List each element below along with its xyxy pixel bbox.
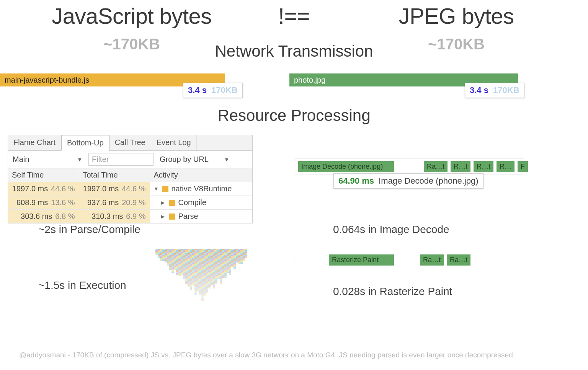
section-network-title: Network Transmission (0, 42, 588, 60)
caption-execution: ~1.5s in Execution (38, 279, 126, 292)
activity-label: native V8Runtime (172, 184, 232, 193)
badge-js: 3.4 s 170KB (183, 83, 243, 98)
timeline-decode: Image Decode (phone.jpg)Ra…tR…tR…tR…F 64… (294, 158, 524, 175)
timeline-segment: Rasterize Paint (329, 254, 394, 266)
title-jpeg: JPEG bytes (325, 3, 588, 29)
chevron-down-icon: ▼ (77, 156, 82, 163)
devtools-panel: Flame Chart Bottom-Up Call Tree Event Lo… (8, 135, 253, 223)
profile-table: Self Time Total Time Activity 1997.0 ms4… (8, 168, 252, 223)
disclosure-triangle-icon[interactable]: ▼ (154, 186, 159, 192)
table-row[interactable]: 303.6 ms6.8 %310.3 ms6.9 %▶Parse (8, 210, 252, 223)
cell-activity: ▶Compile (150, 196, 252, 210)
devtools-filter-row: Main ▼ Filter Group by URL ▼ (8, 151, 252, 168)
caption-parse-compile: ~2s in Parse/Compile (38, 223, 140, 236)
disclosure-triangle-icon[interactable]: ▶ (161, 200, 166, 205)
cell-self-time: 303.6 ms6.8 % (8, 210, 79, 223)
badge-js-size: 170KB (211, 85, 237, 95)
timeline-segment: Ra…t (420, 254, 444, 266)
badge-jpg: 3.4 s 170KB (465, 83, 524, 98)
cell-self-time: 608.9 ms13.6 % (8, 196, 79, 210)
col-total-time[interactable]: Total Time (79, 168, 150, 182)
badge-jpg-time: 3.4 s (470, 85, 488, 95)
tab-bottom-up[interactable]: Bottom-Up (61, 135, 109, 151)
cell-self-time: 1997.0 ms44.6 % (8, 182, 79, 196)
network-bar-jpg-label: photo.jpg (294, 76, 325, 85)
activity-swatch-icon (162, 186, 168, 192)
cell-activity: ▶Parse (150, 210, 252, 223)
table-row[interactable]: 608.9 ms13.6 %937.6 ms20.9 %▶Compile (8, 196, 252, 210)
activity-swatch-icon (169, 214, 175, 220)
cell-total-time: 310.3 ms6.9 % (79, 210, 150, 223)
badge-jpg-size: 170KB (493, 85, 519, 95)
tooltip-label: Image Decode (phone.jpg) (379, 176, 479, 186)
group-select[interactable]: Group by URL ▼ (158, 154, 231, 165)
section-processing-title: Resource Processing (0, 106, 588, 125)
cell-total-time: 937.6 ms20.9 % (79, 196, 150, 210)
tooltip-ms: 64.90 ms (338, 176, 374, 186)
filter-input[interactable]: Filter (88, 153, 154, 166)
not-equal-operator: !== (263, 3, 325, 29)
tab-call-tree[interactable]: Call Tree (109, 135, 151, 150)
timeline-segment: Ra…t (447, 254, 470, 266)
cell-total-time: 1997.0 ms44.6 % (79, 182, 150, 196)
activity-label: Compile (178, 198, 206, 207)
activity-swatch-icon (169, 200, 175, 206)
timeline-segment: Image Decode (phone.jpg) (298, 161, 394, 172)
timeline-segment: Ra…t (424, 161, 448, 172)
thread-select-value: Main (13, 155, 29, 164)
headline-operator: !== (263, 3, 325, 29)
thread-select[interactable]: Main ▼ (11, 154, 84, 165)
tab-event-log[interactable]: Event Log (151, 135, 197, 150)
col-self-time[interactable]: Self Time (8, 168, 79, 182)
timeline-segment: R… (497, 161, 514, 172)
flame-chart-thumbnail (155, 249, 255, 302)
activity-label: Parse (178, 212, 198, 221)
timeline-raster: Rasterize PaintRa…tRa…t (294, 252, 524, 268)
badge-js-time: 3.4 s (188, 85, 207, 95)
title-js: JavaScript bytes (0, 3, 263, 29)
footer-credit: @addyosmani - 170KB of (compressed) JS v… (19, 351, 515, 359)
caption-raster: 0.028s in Rasterize Paint (333, 285, 452, 298)
timeline-segment: R…t (474, 161, 493, 172)
timeline-segment: F (518, 161, 528, 172)
network-bar-js-label: main-javascript-bundle.js (5, 76, 89, 85)
devtools-tabs: Flame Chart Bottom-Up Call Tree Event Lo… (8, 135, 252, 151)
group-select-value: Group by URL (160, 155, 209, 164)
disclosure-triangle-icon[interactable]: ▶ (161, 214, 166, 219)
cell-activity: ▼native V8Runtime (150, 182, 252, 196)
timeline-decode-tooltip: 64.90 ms Image Decode (phone.jpg) (333, 173, 483, 189)
caption-decode: 0.064s in Image Decode (333, 223, 449, 236)
table-row[interactable]: 1997.0 ms44.6 %1997.0 ms44.6 %▼native V8… (8, 182, 252, 196)
chevron-down-icon: ▼ (224, 156, 229, 163)
col-activity[interactable]: Activity (150, 168, 252, 182)
timeline-segment: R…t (451, 161, 470, 172)
tab-flame-chart[interactable]: Flame Chart (8, 135, 61, 150)
